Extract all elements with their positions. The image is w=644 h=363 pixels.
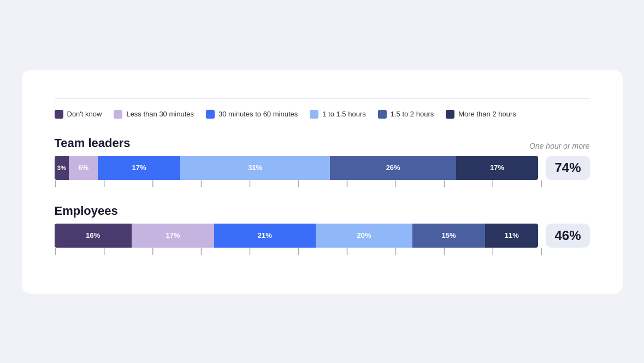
badge-employees: 46%	[546, 224, 589, 248]
stacked-bar-team-leaders: 3%6%17%31%26%17%	[55, 156, 539, 180]
bar-segment-team-leaders-5: 17%	[456, 156, 539, 180]
section-employees: Employees16%17%21%20%15%11%46%IIIIIIIIII…	[55, 204, 590, 256]
legend-swatch-1-15	[310, 110, 318, 119]
tick-mark: I	[297, 180, 299, 189]
tick-mark: I	[103, 248, 105, 256]
legend-label-dont-know: Don't know	[67, 110, 102, 118]
tick-mark: I	[151, 248, 153, 256]
tick-mark: I	[55, 248, 57, 256]
tick-mark: I	[103, 180, 105, 189]
bar-segment-employees-3: 20%	[316, 224, 412, 248]
tick-mark: I	[200, 248, 202, 256]
stacked-bar-employees: 16%17%21%20%15%11%	[55, 224, 539, 248]
section-header-team-leaders: Team leadersOne hour or more	[55, 136, 590, 150]
legend-swatch-more-2	[446, 110, 454, 119]
tick-mark: I	[394, 180, 397, 189]
tick-mark: I	[443, 180, 445, 189]
bar-segment-team-leaders-1: 6%	[69, 156, 98, 180]
bar-segment-employees-5: 11%	[485, 224, 538, 248]
section-title-employees: Employees	[55, 204, 118, 218]
tick-mark: I	[540, 180, 542, 189]
tick-mark: I	[394, 248, 397, 256]
bar-segment-team-leaders-2: 17%	[98, 156, 180, 180]
bar-row-employees: 16%17%21%20%15%11%46%	[55, 224, 590, 248]
bar-row-team-leaders: 3%6%17%31%26%17%74%	[55, 156, 590, 180]
legend-label-less-30: Less than 30 minutes	[126, 110, 194, 118]
tick-mark: I	[249, 248, 251, 256]
legend-label-15-2: 1.5 to 2 hours	[391, 110, 434, 118]
legend-label-more-2: More than 2 hours	[458, 110, 516, 118]
legend-swatch-30-60	[206, 110, 215, 119]
tick-mark: I	[346, 180, 348, 189]
tick-mark: I	[200, 180, 202, 189]
tick-mark: I	[540, 248, 542, 256]
legend-item-more-2: More than 2 hours	[446, 110, 516, 119]
section-team-leaders: Team leadersOne hour or more3%6%17%31%26…	[55, 136, 590, 189]
legend-swatch-less-30	[114, 110, 122, 119]
badge-team-leaders: 74%	[546, 156, 589, 180]
legend-item-15-2: 1.5 to 2 hours	[378, 110, 434, 119]
tick-mark: I	[346, 248, 348, 256]
tick-mark: I	[492, 248, 494, 256]
main-card: Don't know Less than 30 minutes 30 minut…	[22, 70, 623, 294]
legend-label-1-15: 1 to 1.5 hours	[322, 110, 366, 118]
tick-mark: I	[151, 180, 153, 189]
bar-segment-employees-2: 21%	[214, 224, 316, 248]
bar-segment-team-leaders-0: 3%	[55, 156, 69, 180]
tick-mark: I	[297, 248, 299, 256]
title-divider	[55, 98, 590, 99]
tick-row-team-leaders: IIIIIIIIIII	[55, 180, 590, 189]
bar-segment-employees-1: 17%	[132, 224, 214, 248]
legend-item-1-15: 1 to 1.5 hours	[310, 110, 366, 119]
tick-mark: I	[443, 248, 445, 256]
bar-segment-team-leaders-3: 31%	[180, 156, 330, 180]
legend-item-less-30: Less than 30 minutes	[114, 110, 194, 119]
tick-row-employees: IIIIIIIIIII	[55, 248, 590, 256]
bar-segment-employees-4: 15%	[412, 224, 485, 248]
legend-item-30-60: 30 minutes to 60 minutes	[206, 110, 298, 119]
bar-segment-team-leaders-4: 26%	[330, 156, 456, 180]
legend-swatch-dont-know	[55, 110, 63, 119]
bar-segment-employees-0: 16%	[55, 224, 132, 248]
legend-item-dont-know: Don't know	[55, 110, 102, 119]
legend-label-30-60: 30 minutes to 60 minutes	[218, 110, 298, 118]
legend: Don't know Less than 30 minutes 30 minut…	[55, 110, 590, 119]
section-header-employees: Employees	[55, 204, 590, 218]
tick-mark: I	[492, 180, 494, 189]
tick-mark: I	[55, 180, 57, 189]
section-subtitle-team-leaders: One hour or more	[529, 142, 590, 150]
section-title-team-leaders: Team leaders	[55, 136, 131, 150]
tick-mark: I	[249, 180, 251, 189]
legend-swatch-15-2	[378, 110, 387, 119]
